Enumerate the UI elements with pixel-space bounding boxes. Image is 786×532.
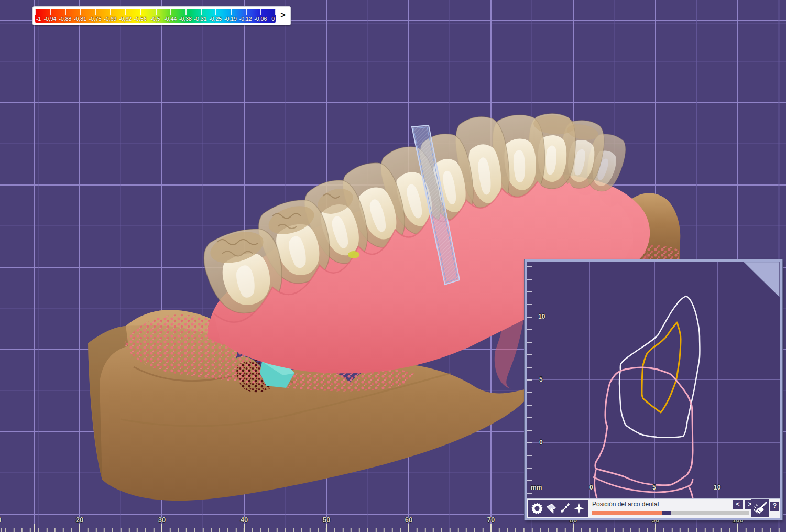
legend-value: -0,31 bbox=[194, 16, 207, 22]
surface-pick-icon[interactable] bbox=[545, 502, 558, 515]
legend-value: -0,88 bbox=[59, 16, 71, 22]
panel-toolbar: Posición del arco dental < > ? bbox=[527, 498, 780, 518]
legend-value: -0,19 bbox=[224, 16, 237, 22]
legend-expand-button[interactable]: > bbox=[277, 9, 289, 21]
arch-position-slider[interactable] bbox=[592, 511, 749, 515]
ruler-label: 70 bbox=[479, 516, 503, 524]
panel-x-label: 5 bbox=[652, 484, 656, 491]
ruler-label: 40 bbox=[233, 516, 256, 524]
contour-descender-right bbox=[689, 487, 693, 498]
cross-section-panel[interactable]: 10 5 0 0 5 10 mm bbox=[525, 259, 782, 520]
cross-section-chart[interactable] bbox=[527, 262, 780, 498]
panel-unit-label: mm bbox=[531, 484, 542, 491]
panel-y-label: 0 bbox=[539, 439, 543, 446]
panel-x-label: 0 bbox=[590, 484, 593, 491]
legend-value: -0,81 bbox=[74, 16, 86, 22]
legend-value: -0,5 bbox=[150, 16, 160, 22]
slider-fill bbox=[592, 511, 662, 515]
ruler-major-ticks bbox=[0, 524, 786, 532]
occlusion-contact-spot bbox=[348, 251, 359, 258]
ruler-label: 20 bbox=[68, 516, 91, 524]
legend-value: -0,62 bbox=[119, 16, 132, 22]
help-button[interactable]: ? bbox=[770, 502, 779, 511]
legend-value: -0,38 bbox=[179, 16, 192, 22]
ruler-label: 60 bbox=[397, 516, 420, 524]
color-scale-gradient: -1 -0,94 -0,88 -0,81 -0,75 -0,69 -0,62 -… bbox=[35, 9, 276, 23]
contour-antagonist-crown bbox=[610, 367, 693, 475]
panel-y-label: 5 bbox=[539, 376, 543, 383]
legend-value: 0 bbox=[271, 16, 275, 22]
legend-value: -1 bbox=[36, 16, 41, 22]
panel-status-title: Posición del arco dental bbox=[592, 501, 659, 508]
ruler-label: 30 bbox=[150, 516, 173, 524]
clean-broom-button[interactable] bbox=[751, 499, 769, 517]
contour-antagonist-band bbox=[596, 469, 686, 485]
contour-antagonist-band-low bbox=[593, 477, 693, 492]
contour-tooth-outline bbox=[619, 296, 700, 438]
ruler-label: 10 bbox=[0, 516, 9, 524]
legend-value: -0,69 bbox=[104, 16, 116, 22]
settings-gear-icon[interactable] bbox=[531, 502, 543, 515]
legend-value: -0,75 bbox=[89, 16, 102, 22]
move-star-icon[interactable] bbox=[573, 502, 585, 515]
panel-tool-block bbox=[528, 500, 588, 517]
legend-value: -0,94 bbox=[44, 16, 57, 22]
legend-value: -0,56 bbox=[134, 16, 147, 22]
legend-value: -0,44 bbox=[164, 16, 177, 22]
legend-value: -0,25 bbox=[209, 16, 222, 22]
slider-handle[interactable] bbox=[662, 511, 671, 515]
panel-y-label: 10 bbox=[538, 313, 545, 320]
contour-descender-left bbox=[595, 470, 597, 498]
polyline-measure-icon[interactable] bbox=[559, 502, 571, 515]
legend-value: -0,12 bbox=[239, 16, 252, 22]
viewport-3d[interactable]: -1 -0,94 -0,88 -0,81 -0,75 -0,69 -0,62 -… bbox=[0, 0, 786, 532]
legend-value: -0,06 bbox=[254, 16, 267, 22]
ruler-label: 50 bbox=[315, 516, 338, 524]
contour-antagonist-left bbox=[595, 383, 610, 469]
panel-x-label: 10 bbox=[714, 484, 720, 491]
color-scale-legend: -1 -0,94 -0,88 -0,81 -0,75 -0,69 -0,62 -… bbox=[32, 6, 291, 25]
prev-section-button[interactable]: < bbox=[733, 500, 743, 509]
